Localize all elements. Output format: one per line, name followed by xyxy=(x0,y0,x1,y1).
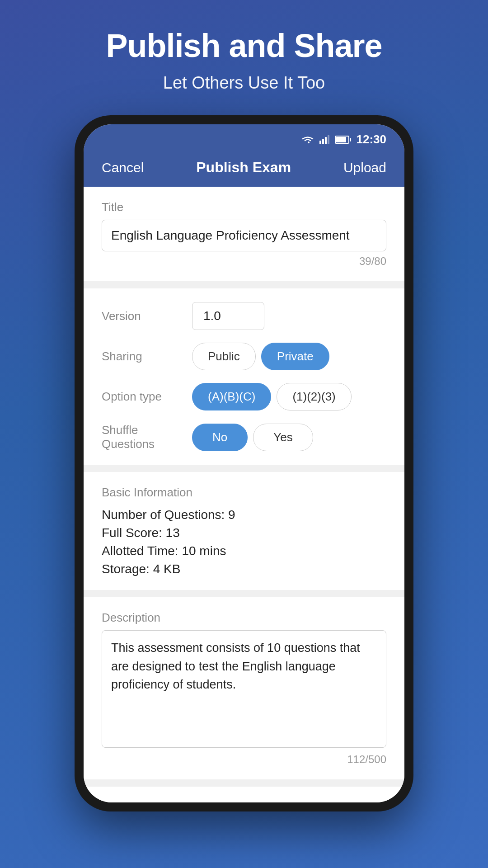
signal-icon xyxy=(319,135,329,144)
battery-icon xyxy=(335,136,349,144)
shuffle-no-button[interactable]: No xyxy=(192,424,248,451)
marketing-title: Publish and Share xyxy=(18,27,470,64)
shuffle-label: Shuffle Questions xyxy=(102,423,192,451)
settings-section: Version Sharing Public Private Option ty… xyxy=(84,288,404,465)
title-label: Title xyxy=(102,200,386,214)
page-title: Publish Exam xyxy=(196,159,291,176)
sharing-public-button[interactable]: Public xyxy=(192,343,256,370)
questions-count: Number of Questions: 9 xyxy=(102,508,386,522)
allotted-time: Allotted Time: 10 mins xyxy=(102,544,386,558)
sharing-private-button[interactable]: Private xyxy=(261,343,329,370)
option-type-row: Option type (A)(B)(C) (1)(2)(3) xyxy=(102,383,386,410)
marketing-area: Publish and Share Let Others Use It Too xyxy=(0,0,488,111)
status-icons xyxy=(301,135,349,144)
shuffle-row: Shuffle Questions No Yes xyxy=(102,423,386,451)
sharing-label: Sharing xyxy=(102,349,192,363)
option-type-toggle-group: (A)(B)(C) (1)(2)(3) xyxy=(192,383,352,410)
basic-info-header: Basic Information xyxy=(102,486,386,500)
version-row: Version xyxy=(102,302,386,330)
sharing-row: Sharing Public Private xyxy=(102,343,386,370)
sharing-toggle-group: Public Private xyxy=(192,343,329,370)
shuffle-toggle-group: No Yes xyxy=(192,424,313,451)
option-type-label: Option type xyxy=(102,390,192,404)
cancel-button[interactable]: Cancel xyxy=(102,160,144,175)
full-score: Full Score: 13 xyxy=(102,526,386,540)
storage: Storage: 4 KB xyxy=(102,562,386,576)
description-input[interactable]: This assessment consists of 10 questions… xyxy=(102,630,386,748)
version-input[interactable] xyxy=(192,302,264,330)
title-char-count: 39/80 xyxy=(102,255,386,268)
option-123-button[interactable]: (1)(2)(3) xyxy=(277,383,351,410)
description-label: Description xyxy=(102,611,386,625)
status-bar: 12:30 xyxy=(84,124,404,152)
basic-info-section: Basic Information Number of Questions: 9… xyxy=(84,472,404,590)
phone-frame: 12:30 Cancel Publish Exam Upload Title 3… xyxy=(75,115,413,811)
content-area: Title 39/80 Version Sharing Public Priva… xyxy=(84,187,404,802)
wifi-icon xyxy=(301,135,314,144)
shuffle-yes-button[interactable]: Yes xyxy=(253,424,313,451)
version-label: Version xyxy=(102,309,192,323)
svg-rect-2 xyxy=(325,137,327,144)
keywords-label: Keywords xyxy=(102,800,386,802)
option-abc-button[interactable]: (A)(B)(C) xyxy=(192,383,271,410)
marketing-subtitle: Let Others Use It Too xyxy=(18,73,470,93)
phone-inner: 12:30 Cancel Publish Exam Upload Title 3… xyxy=(84,124,404,802)
svg-rect-1 xyxy=(322,139,324,144)
nav-bar: Cancel Publish Exam Upload xyxy=(84,152,404,187)
svg-rect-3 xyxy=(328,135,329,144)
keywords-section: Keywords xyxy=(84,787,404,802)
upload-button[interactable]: Upload xyxy=(343,160,386,175)
svg-rect-0 xyxy=(319,141,321,144)
status-time: 12:30 xyxy=(357,132,387,146)
title-section: Title 39/80 xyxy=(84,187,404,281)
title-input[interactable] xyxy=(102,220,386,251)
description-section: Description This assessment consists of … xyxy=(84,597,404,779)
description-char-count: 112/500 xyxy=(102,753,386,766)
